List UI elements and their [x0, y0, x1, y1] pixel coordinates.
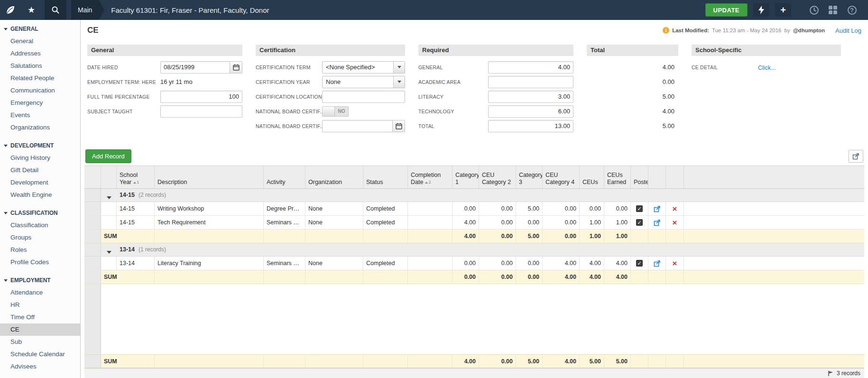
calendar-icon[interactable]	[393, 120, 405, 132]
required-technology-input[interactable]	[488, 105, 573, 118]
full-time-percentage-label: FULL TIME PERCENTAGE	[87, 94, 160, 100]
favorites-button[interactable]: ★	[21, 0, 42, 20]
calendar-icon[interactable]	[230, 61, 242, 74]
add-button[interactable]: +	[775, 3, 791, 17]
date-hired-input[interactable]	[160, 61, 230, 74]
header-organization[interactable]: Organization	[305, 166, 363, 188]
cell-description: Tech Requirement	[155, 216, 264, 230]
cell-ceu-category-4: 4.00	[543, 354, 580, 368]
open-record-icon[interactable]	[654, 219, 661, 226]
sidebar-item-attendance[interactable]: Attendance	[0, 286, 80, 299]
header-posted[interactable]: Poste…	[631, 166, 648, 188]
open-record-icon[interactable]	[654, 260, 661, 267]
sidebar-item-emergency[interactable]: Emergency	[0, 97, 80, 109]
row-handle[interactable]	[84, 257, 101, 270]
header-activity[interactable]: Activity	[264, 166, 305, 188]
sidebar-item-hr[interactable]: HR	[0, 299, 80, 311]
panel-total: Total 4.00 0.00 5.00 4.00 5.00	[587, 45, 678, 133]
sidebar-item-ce[interactable]: CE	[0, 323, 80, 336]
sidebar-item-schedule-calendar[interactable]: Schedule Calendar	[0, 348, 80, 360]
add-record-button[interactable]: Add Record	[85, 149, 131, 163]
header-status[interactable]: Status	[363, 166, 408, 188]
sidebar-item-addresses[interactable]: Addresses	[0, 47, 80, 60]
update-button[interactable]: UPDATE	[705, 3, 748, 17]
sidebar-section-employment[interactable]: EMPLOYMENT	[0, 274, 80, 286]
sidebar-item-related-people[interactable]: Related People	[0, 72, 80, 84]
cell-ceu-category-2: 0.00	[479, 257, 516, 270]
sidebar-item-time-off[interactable]: Time Off	[0, 311, 80, 323]
header-ceu-category-2[interactable]: CEUCategory 2	[479, 166, 516, 188]
cell-category-3: 5.00	[516, 230, 543, 243]
row-handle[interactable]	[84, 216, 101, 230]
expand-grid-button[interactable]	[849, 150, 863, 163]
sidebar-item-giving-history[interactable]: Giving History	[0, 152, 80, 164]
required-general-input[interactable]	[488, 61, 573, 74]
national-board-certified-date-input[interactable]	[322, 120, 393, 132]
page-header: CE i Last Modified: Tue 11:23 am - May 2…	[81, 20, 868, 41]
collapse-group-icon[interactable]	[107, 251, 111, 254]
required-total-input[interactable]	[488, 120, 573, 132]
header-category-1[interactable]: Category1	[452, 166, 479, 188]
sidebar-item-advisees[interactable]: Advisees	[0, 360, 80, 373]
collapse-group-icon[interactable]	[107, 196, 111, 199]
sidebar-item-wealth-engine[interactable]: Wealth Engine	[0, 189, 80, 201]
star-icon: ★	[28, 5, 35, 15]
delete-record-icon[interactable]: ×	[673, 219, 677, 227]
sidebar-item-development[interactable]: Development	[0, 176, 80, 189]
sidebar-item-salutations[interactable]: Salutations	[0, 60, 80, 72]
row-handle[interactable]	[84, 202, 101, 216]
subject-taught-input[interactable]	[160, 105, 242, 118]
required-literacy-input[interactable]	[488, 91, 573, 103]
delete-record-icon[interactable]: ×	[673, 205, 677, 213]
history-button[interactable]	[804, 0, 823, 20]
table-row[interactable]: 14-15 Writing Workshop Degree Pro… None …	[84, 202, 864, 216]
sidebar-item-roles[interactable]: Roles	[0, 244, 80, 256]
sidebar-item-classification[interactable]: Classification	[0, 219, 80, 231]
group-indent	[101, 189, 117, 202]
sidebar-item-gift-detail[interactable]: Gift Detail	[0, 164, 80, 176]
help-button[interactable]: ?	[842, 0, 861, 20]
cell-activity	[264, 230, 305, 243]
certification-location-input[interactable]	[322, 91, 405, 103]
header-category-3[interactable]: Category3	[516, 166, 543, 188]
national-board-certified-toggle[interactable]: NO	[322, 106, 349, 117]
breadcrumb-main-tab[interactable]: Main	[71, 0, 99, 20]
sidebar-section-general[interactable]: GENERAL	[0, 23, 80, 35]
certification-year-select[interactable]: None	[322, 76, 405, 88]
header-completion-date[interactable]: Completion Date2	[408, 166, 452, 188]
apps-button[interactable]	[823, 0, 842, 20]
sidebar-item-events[interactable]: Events	[0, 109, 80, 121]
posted-checkbox[interactable]: ✓	[636, 260, 643, 267]
posted-checkbox[interactable]: ✓	[636, 219, 643, 226]
sidebar-section-classification[interactable]: CLASSIFICATION	[0, 207, 80, 219]
table-row[interactable]: 13-14 Literacy Training Seminars &… None…	[84, 257, 864, 270]
sidebar-item-sub[interactable]: Sub	[0, 336, 80, 348]
app-logo-button[interactable]	[0, 0, 21, 20]
sidebar-section-development[interactable]: DEVELOPMENT	[0, 139, 80, 152]
sidebar-item-organizations[interactable]: Organizations	[0, 121, 80, 134]
delete-record-icon[interactable]: ×	[673, 259, 677, 267]
search-button[interactable]	[45, 0, 66, 20]
sidebar-item-groups[interactable]: Groups	[0, 231, 80, 244]
header-ceus[interactable]: CEUs	[580, 166, 604, 188]
posted-checkbox[interactable]: ✓	[636, 205, 643, 212]
row-handle-column	[84, 284, 101, 354]
cell-ceus: 1.00	[580, 216, 604, 230]
ce-detail-link[interactable]: Click...	[758, 65, 776, 71]
sidebar-item-communication[interactable]: Communication	[0, 84, 80, 97]
full-time-percentage-input[interactable]	[160, 91, 242, 103]
help-icon: ?	[848, 6, 857, 15]
sidebar-item-general[interactable]: General	[0, 35, 80, 47]
group-sum-row: SUM 4.00 0.00 5.00 0.00 1.00 1.00	[84, 230, 864, 243]
quick-actions-button[interactable]	[753, 3, 769, 17]
table-row[interactable]: 14-15 Tech Requirement Seminars &… None …	[84, 216, 864, 230]
certification-term-select[interactable]: <None Specified>	[322, 61, 405, 74]
header-description[interactable]: Description	[155, 166, 264, 188]
sidebar-item-profile-codes[interactable]: Profile Codes	[0, 256, 80, 268]
audit-log-link[interactable]: Audit Log	[835, 27, 861, 34]
header-ceus-earned[interactable]: CEUsEarned	[604, 166, 631, 188]
header-ceu-category-4[interactable]: CEUCategory 4	[543, 166, 580, 188]
open-record-icon[interactable]	[654, 205, 661, 212]
header-school-year[interactable]: School Year1	[117, 166, 155, 188]
required-academic-area-input[interactable]	[488, 76, 573, 88]
